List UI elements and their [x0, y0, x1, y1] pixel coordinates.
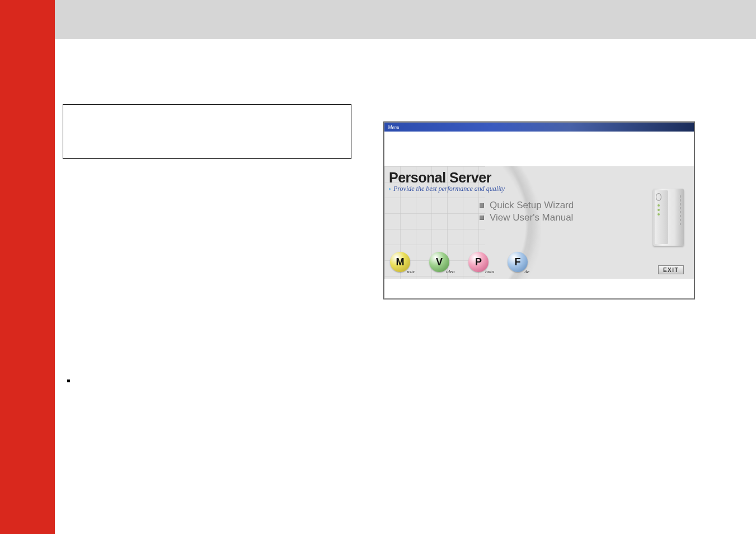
note-box — [63, 104, 351, 159]
red-sidebar — [0, 0, 55, 534]
menu-label[interactable]: Menu — [388, 124, 400, 130]
video-badge[interactable]: V ideo — [429, 252, 458, 274]
quick-setup-label: Quick Setup Wizard — [490, 200, 574, 211]
title-block: Personal Server Provide the best perform… — [389, 170, 505, 193]
device-illustration — [653, 189, 684, 246]
device-leds — [658, 204, 660, 216]
main-panel: Personal Server Provide the best perform… — [384, 166, 694, 279]
music-badge[interactable]: M usic — [390, 252, 419, 274]
led-icon — [658, 209, 660, 211]
footer-strip — [384, 279, 694, 298]
photo-badge[interactable]: P hoto — [468, 252, 497, 274]
quick-setup-wizard-link[interactable]: Quick Setup Wizard — [480, 200, 574, 211]
file-badge[interactable]: F ile — [508, 252, 537, 274]
title-main: Personal Server — [389, 170, 505, 186]
list-bullet — [67, 380, 70, 382]
menu-links: Quick Setup Wizard View User's Manual — [480, 199, 574, 224]
exit-button[interactable]: EXIT — [658, 265, 684, 274]
device-vents — [680, 195, 680, 225]
header-strip — [384, 132, 694, 166]
bullet-icon — [480, 216, 484, 220]
video-sublabel: ideo — [446, 269, 455, 274]
media-badges: M usic V ideo P hoto F ile — [390, 252, 537, 274]
device-logo-icon — [656, 193, 661, 201]
led-icon — [658, 204, 660, 207]
bullet-icon — [480, 203, 484, 208]
view-manual-label: View User's Manual — [490, 212, 573, 223]
view-users-manual-link[interactable]: View User's Manual — [480, 212, 574, 223]
top-banner — [55, 0, 756, 39]
autorun-screenshot: Menu Personal Server Provide the best pe… — [383, 121, 695, 299]
title-subtitle: Provide the best performance and quality — [389, 185, 505, 193]
led-icon — [658, 213, 660, 216]
photo-sublabel: hoto — [485, 269, 494, 274]
file-sublabel: ile — [524, 269, 529, 274]
exit-label: EXIT — [663, 267, 679, 273]
app-menu-bar[interactable]: Menu — [384, 123, 694, 132]
music-sublabel: usic — [407, 269, 415, 274]
